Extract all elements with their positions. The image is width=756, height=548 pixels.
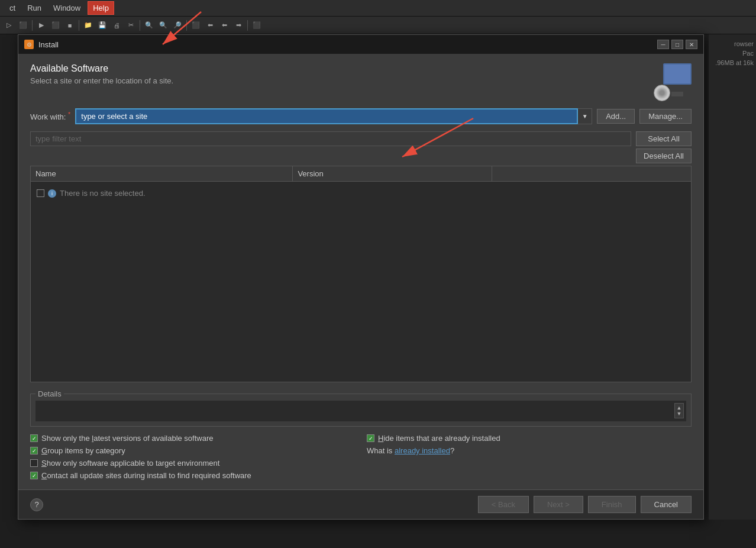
options-section: Show only the latest versions of availab… [30, 434, 692, 480]
site-dropdown-button[interactable]: ▼ [578, 108, 592, 124]
available-software-subtitle: Select a site or enter the location of a… [30, 76, 173, 85]
toolbar-sep-2 [79, 20, 79, 31]
dialog-content: Available Software Select a site or ente… [18, 54, 703, 489]
sidebar-pac: Pac [742, 50, 754, 57]
toolbar-sep-1 [32, 20, 33, 31]
dialog-title-text: Install [38, 40, 652, 49]
maximize-button[interactable]: □ [671, 40, 683, 49]
option-contact-sites: Contact all update sites during install … [30, 471, 355, 480]
software-table: Name Version i There is no site selected… [30, 166, 692, 382]
footer-buttons: < Back Next > Finish Cancel [478, 496, 692, 513]
toolbar-sep-5 [247, 20, 248, 31]
toolbar-btn-2[interactable]: ⬛ [17, 19, 30, 32]
dialog-title-icon: ⚙ [24, 40, 34, 49]
right-sidebar: rowser Pac .96MB at 16k [709, 34, 756, 520]
toolbar-btn-15[interactable]: ⬅ [218, 19, 231, 32]
opt-checkbox-hide[interactable] [367, 434, 374, 442]
opt-label-contact: Contact all update sites during install … [41, 471, 251, 480]
cancel-button[interactable]: Cancel [641, 496, 692, 513]
footer-left: ? [30, 498, 43, 511]
already-installed-link[interactable]: already installed [395, 446, 450, 455]
work-with-label: Work with: * [30, 111, 70, 121]
finish-button[interactable]: Finish [588, 496, 636, 513]
option-hide-installed: Hide items that are already installed [367, 434, 692, 443]
option-target-env: Show only software applicable to target … [30, 459, 355, 468]
site-input-wrapper: ▼ [75, 108, 592, 124]
cd-icon [654, 85, 670, 101]
toolbar-btn-10[interactable]: 🔍 [143, 19, 156, 32]
help-button[interactable]: ? [30, 498, 43, 511]
filter-input[interactable] [30, 131, 631, 146]
details-scrollbar: ▲ ▼ [674, 403, 684, 418]
opt-checkbox-group[interactable] [30, 447, 38, 454]
no-site-text: There is no site selected. [60, 189, 146, 198]
work-with-row: Work with: * ▼ Add... Manage... [30, 108, 692, 124]
site-input[interactable] [75, 108, 578, 124]
toolbar-btn-5[interactable]: ■ [63, 19, 76, 32]
details-section: Details ▲ ▼ [30, 389, 692, 427]
toolbar-btn-4[interactable]: ⬛ [49, 19, 62, 32]
toolbar-btn-8[interactable]: 🖨 [110, 19, 123, 32]
option-latest-versions: Show only the latest versions of availab… [30, 434, 355, 443]
dialog-controls: ─ □ ✕ [657, 40, 697, 49]
sidebar-browser: rowser [734, 40, 754, 47]
menu-item-help[interactable]: Help [88, 1, 114, 15]
select-all-button[interactable]: Select All [636, 131, 692, 146]
info-icon: i [48, 189, 56, 198]
toolbar: ▷ ⬛ ▶ ⬛ ■ 📁 💾 🖨 ✂ 🔍 🔍 🔎 ⬛ ⬅ ⬅ ➡ ⬛ [0, 17, 756, 34]
select-buttons: Select All Deselect All [636, 131, 692, 163]
dialog-header-icon [654, 63, 692, 101]
table-row: i There is no site selected. [35, 186, 686, 200]
opt-label-latest: Show only the latest versions of availab… [41, 434, 214, 443]
close-button[interactable]: ✕ [686, 40, 697, 49]
option-group-category: Group items by category [30, 446, 355, 455]
monitor-stand [671, 92, 683, 96]
opt-checkbox-target[interactable] [30, 459, 38, 467]
opt-checkbox-contact[interactable] [30, 472, 38, 479]
details-content: ▲ ▼ [35, 401, 686, 421]
available-software-title: Available Software [30, 63, 173, 74]
toolbar-btn-16[interactable]: ➡ [232, 19, 245, 32]
menu-item-run[interactable]: Run [22, 2, 46, 14]
col-extra [492, 166, 691, 181]
toolbar-btn-7[interactable]: 💾 [96, 19, 109, 32]
deselect-all-button[interactable]: Deselect All [636, 149, 692, 163]
toolbar-btn-3[interactable]: ▶ [35, 19, 48, 32]
toolbar-btn-13[interactable]: ⬛ [189, 19, 202, 32]
sidebar-memory: .96MB at 16k [715, 59, 754, 66]
toolbar-btn-6[interactable]: 📁 [82, 19, 95, 32]
toolbar-btn-9[interactable]: ✂ [124, 19, 137, 32]
toolbar-btn-14[interactable]: ⬅ [203, 19, 217, 32]
manage-button[interactable]: Manage... [639, 109, 692, 124]
col-version: Version [293, 166, 492, 181]
details-fieldset: Details ▲ ▼ [30, 389, 692, 427]
scroll-up-icon[interactable]: ▲ [677, 405, 682, 411]
table-header: Name Version [31, 166, 691, 182]
dialog-footer: ? < Back Next > Finish Cancel [18, 489, 703, 519]
table-body: i There is no site selected. [31, 182, 691, 382]
toolbar-sep-4 [186, 20, 187, 31]
dialog-header-text: Available Software Select a site or ente… [30, 63, 173, 85]
toolbar-btn-1[interactable]: ▷ [2, 19, 15, 32]
dialog-header: Available Software Select a site or ente… [30, 63, 692, 101]
toolbar-btn-11[interactable]: 🔍 [157, 19, 170, 32]
menu-item-ct[interactable]: ct [5, 2, 20, 14]
toolbar-btn-12[interactable]: 🔎 [171, 19, 184, 32]
menu-item-window[interactable]: Window [49, 2, 85, 14]
row-checkbox[interactable] [37, 189, 44, 197]
dialog-titlebar: ⚙ Install ─ □ ✕ [18, 35, 703, 54]
back-button[interactable]: < Back [478, 496, 529, 513]
opt-label-what: What is already installed? [367, 446, 454, 455]
install-dialog: ⚙ Install ─ □ ✕ Available Software Selec… [18, 34, 704, 520]
col-name: Name [31, 166, 293, 181]
opt-checkbox-latest[interactable] [30, 434, 38, 442]
add-button[interactable]: Add... [597, 109, 635, 124]
details-legend: Details [35, 389, 64, 398]
minimize-button[interactable]: ─ [657, 40, 669, 49]
scroll-down-icon[interactable]: ▼ [677, 411, 682, 417]
next-button[interactable]: Next > [534, 496, 583, 513]
toolbar-btn-17[interactable]: ⬛ [250, 19, 263, 32]
menubar: ct Run Window Help [0, 0, 756, 17]
opt-label-hide: Hide items that are already installed [378, 434, 500, 443]
monitor-icon [663, 63, 692, 85]
